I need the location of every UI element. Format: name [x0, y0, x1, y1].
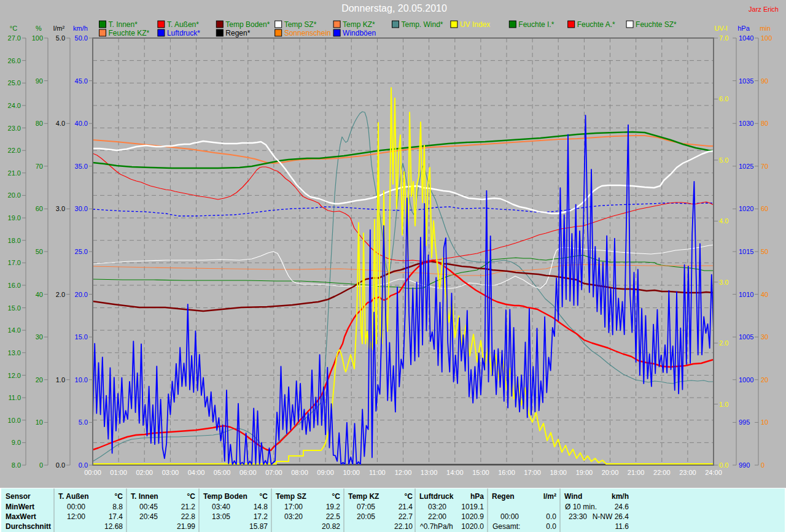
svg-text:1.0: 1.0 [719, 401, 728, 408]
svg-text:Feuchte A.*: Feuchte A.* [577, 20, 615, 29]
svg-text:20:00: 20:00 [602, 469, 619, 476]
svg-text:0.0: 0.0 [546, 522, 556, 531]
svg-text:80: 80 [761, 120, 768, 127]
svg-text:17:00: 17:00 [524, 469, 541, 476]
svg-text:40: 40 [36, 291, 43, 298]
svg-text:23:00: 23:00 [679, 469, 696, 476]
svg-text:3.0: 3.0 [56, 205, 65, 212]
svg-text:06:00: 06:00 [239, 469, 257, 476]
svg-text:Temp SZ: Temp SZ [276, 492, 306, 501]
svg-text:Temp SZ*: Temp SZ* [284, 20, 317, 29]
svg-text:Gesamt:: Gesamt: [492, 522, 520, 531]
svg-text:21.0: 21.0 [8, 169, 21, 177]
svg-text:22.7: 22.7 [399, 512, 413, 521]
svg-text:5.0: 5.0 [719, 156, 728, 164]
svg-text:min: min [760, 25, 771, 32]
svg-text:Sonnenschein: Sonnenschein [284, 29, 331, 37]
svg-text:50: 50 [761, 248, 768, 255]
svg-text:50.0: 50.0 [75, 34, 88, 42]
svg-text:35.0: 35.0 [75, 163, 88, 170]
svg-text:995: 995 [739, 418, 750, 426]
svg-text:14.8: 14.8 [254, 503, 268, 511]
svg-text:8.8: 8.8 [112, 503, 123, 511]
svg-text:20.82: 20.82 [322, 522, 340, 531]
svg-text:Temp Boden: Temp Boden [203, 492, 247, 501]
svg-text:03:20: 03:20 [428, 503, 446, 511]
svg-text:10: 10 [761, 418, 768, 426]
svg-text:Temp Boden*: Temp Boden* [225, 20, 270, 29]
svg-text:1040: 1040 [739, 34, 753, 42]
svg-text:60: 60 [761, 205, 768, 212]
svg-text:16:00: 16:00 [498, 469, 515, 476]
svg-text:00:00: 00:00 [84, 469, 101, 476]
svg-text:°C: °C [187, 492, 196, 501]
svg-text:15.0: 15.0 [75, 333, 88, 341]
svg-text:6.0: 6.0 [719, 95, 728, 102]
svg-text:07:05: 07:05 [357, 503, 375, 511]
svg-text:03:20: 03:20 [284, 512, 303, 521]
svg-text:22.0: 22.0 [8, 147, 21, 154]
svg-text:45.0: 45.0 [75, 77, 88, 85]
svg-text:T. Innen: T. Innen [131, 492, 158, 501]
svg-text:11:00: 11:00 [369, 469, 386, 476]
svg-text:60: 60 [36, 205, 43, 212]
svg-text:16.0: 16.0 [8, 282, 21, 289]
svg-text:Wind: Wind [564, 492, 582, 501]
svg-text:12.0: 12.0 [8, 372, 21, 379]
svg-text:20:05: 20:05 [357, 512, 375, 521]
svg-text:%: % [36, 25, 42, 32]
svg-text:1025: 1025 [739, 163, 753, 170]
svg-text:Luftdruck*: Luftdruck* [167, 29, 200, 37]
svg-text:1020.9: 1020.9 [461, 512, 484, 521]
svg-text:0.0: 0.0 [79, 461, 88, 469]
svg-text:20:45: 20:45 [139, 512, 158, 521]
svg-text:24.0: 24.0 [8, 102, 21, 109]
svg-text:07:00: 07:00 [265, 469, 282, 476]
svg-text:00:00: 00:00 [500, 512, 519, 521]
svg-text:18.0: 18.0 [8, 237, 21, 244]
svg-text:23.0: 23.0 [8, 125, 21, 132]
svg-text:24.6: 24.6 [615, 503, 629, 511]
svg-text:22:00: 22:00 [653, 469, 671, 476]
svg-text:°C: °C [10, 25, 17, 32]
svg-text:30: 30 [36, 333, 43, 341]
svg-text:22:00: 22:00 [428, 512, 446, 521]
svg-text:MaxWert: MaxWert [6, 512, 36, 521]
svg-text:Windböen: Windböen [343, 29, 376, 37]
svg-text:2.0: 2.0 [56, 291, 65, 298]
svg-text:00:45: 00:45 [139, 503, 158, 511]
svg-text:Sensor: Sensor [6, 492, 31, 501]
svg-text:20: 20 [36, 376, 43, 384]
svg-text:11.6: 11.6 [615, 522, 629, 531]
svg-text:30.0: 30.0 [75, 205, 88, 212]
svg-text:13.0: 13.0 [8, 349, 21, 357]
svg-text:°C: °C [332, 492, 341, 501]
svg-text:30: 30 [761, 333, 768, 341]
svg-text:40.0: 40.0 [75, 120, 88, 127]
svg-text:02:00: 02:00 [136, 469, 153, 476]
svg-text:90: 90 [36, 77, 43, 85]
svg-text:Temp. Wind*: Temp. Wind* [402, 20, 443, 29]
svg-text:21:00: 21:00 [628, 469, 645, 476]
svg-text:1000: 1000 [739, 376, 753, 384]
svg-text:1030: 1030 [739, 120, 753, 127]
svg-text:23:30: 23:30 [569, 512, 587, 521]
svg-text:00:00: 00:00 [67, 503, 85, 511]
svg-text:Feuchte KZ*: Feuchte KZ* [109, 29, 150, 37]
svg-text:MinWert: MinWert [6, 503, 34, 511]
svg-text:0.0: 0.0 [546, 512, 556, 521]
svg-text:27.0: 27.0 [8, 34, 21, 42]
svg-text:14:00: 14:00 [446, 469, 464, 476]
svg-text:25.0: 25.0 [75, 248, 88, 255]
svg-text:Feuchte I.*: Feuchte I.* [518, 20, 554, 29]
svg-text:5.0: 5.0 [79, 418, 88, 426]
svg-text:l/m²: l/m² [543, 492, 556, 501]
svg-text:21.99: 21.99 [177, 522, 195, 531]
svg-text:990: 990 [739, 461, 750, 469]
svg-text:17.4: 17.4 [109, 512, 123, 521]
svg-text:9.0: 9.0 [12, 439, 21, 446]
svg-text:Feuchte SZ*: Feuchte SZ* [636, 20, 677, 29]
svg-text:13:00: 13:00 [421, 469, 438, 476]
svg-text:08:00: 08:00 [291, 469, 308, 476]
svg-text:70: 70 [761, 163, 768, 170]
